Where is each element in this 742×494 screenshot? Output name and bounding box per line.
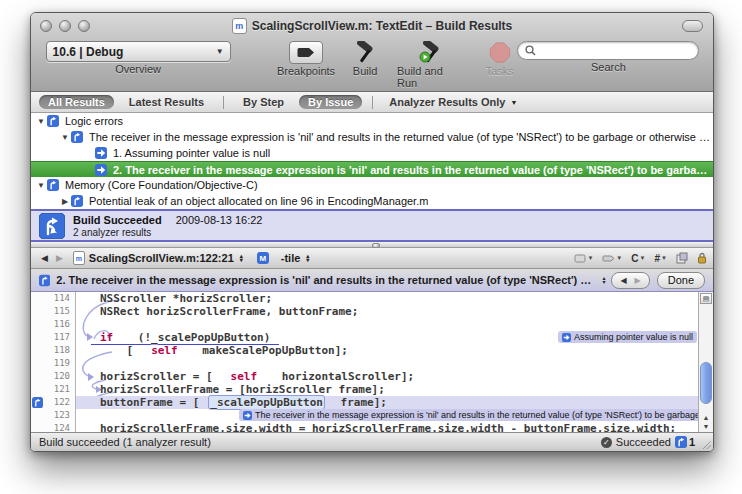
hammer-run-icon <box>416 41 446 64</box>
minimize-button[interactable] <box>59 20 71 32</box>
analyzer-icon <box>71 195 85 207</box>
result-row[interactable]: ▼Memory (Core Foundation/Objective-C) <box>31 177 713 193</box>
filter-bar: All Results Latest Results By Step By Is… <box>31 92 713 113</box>
bookmarks-menu-button[interactable]: ▼ <box>574 254 593 263</box>
lock-button[interactable] <box>697 252 707 264</box>
counterpart-button[interactable] <box>676 252 688 264</box>
document-icon: m <box>232 18 247 34</box>
analyzer-count-badge[interactable]: 1 <box>675 436 695 448</box>
line-number[interactable]: 117 <box>31 331 75 344</box>
marks-menu-button[interactable]: #▼ <box>654 253 667 264</box>
method-popup[interactable]: -tile ▴▾ <box>281 252 310 264</box>
line-number[interactable]: 121 <box>31 383 75 396</box>
search-label: Search <box>591 61 626 73</box>
chevron-down-icon: ▼ <box>216 47 224 56</box>
resize-grip[interactable] <box>701 439 712 450</box>
result-text: The receiver in the message expression i… <box>89 131 713 143</box>
line-number[interactable]: 124 <box>31 422 75 432</box>
analyzer-icon[interactable] <box>32 397 43 408</box>
inline-analyzer-annotation[interactable]: The receiver in the message expression i… <box>239 409 713 421</box>
toolbar-toggle-button[interactable] <box>682 20 703 32</box>
result-row[interactable]: 2. The receiver in the message expressio… <box>31 161 713 177</box>
done-button[interactable]: Done <box>657 272 705 289</box>
breakpoints-label: Breakpoints <box>277 65 335 77</box>
method-popup-label: -tile <box>281 252 301 264</box>
splitter[interactable] <box>31 242 713 248</box>
vertical-scrollbar[interactable]: ▤ ▲▼ <box>698 292 713 432</box>
inline-analyzer-annotation[interactable]: Assuming pointer value is null <box>558 331 697 343</box>
result-text: Potential leak of an object allocated on… <box>89 195 428 207</box>
build-and-run-label: Build and Run <box>397 65 466 89</box>
disclosure-triangle-icon[interactable]: ▼ <box>35 117 47 126</box>
build-succeeded-banner[interactable]: Build Succeeded2009-08-13 16:22 2 analyz… <box>31 209 713 242</box>
result-row[interactable]: ▼The receiver in the message expression … <box>31 129 713 145</box>
line-number-gutter: 114115116117118119120121122123124125126 <box>31 292 76 432</box>
breakpoints-menu-button[interactable]: ▼ <box>602 255 622 262</box>
scrollbar-arrows[interactable]: ▲▼ <box>699 413 713 431</box>
build-timestamp: 2009-08-13 16:22 <box>176 214 263 226</box>
segment-latest-results[interactable]: Latest Results <box>120 95 213 109</box>
line-number[interactable]: 115 <box>31 305 75 318</box>
traffic-lights <box>40 20 90 32</box>
scrollbar-thumb[interactable] <box>700 362 712 404</box>
analyzer-icon <box>47 179 61 191</box>
disclosure-triangle-icon[interactable]: ▶ <box>59 197 71 206</box>
titlebar[interactable]: m ScalingScrollView.m: TextEdit – Build … <box>31 13 713 39</box>
file-popup[interactable]: m ScalingScrollView.m:122:21 ▴▾ <box>73 251 243 265</box>
segment-all-results[interactable]: All Results <box>39 95 114 109</box>
disclosure-triangle-icon[interactable]: ▼ <box>59 133 71 142</box>
breakpoint-pill-icon <box>602 255 615 262</box>
line-number[interactable]: 120 <box>31 370 75 383</box>
line-number[interactable]: 123 <box>31 409 75 422</box>
line-number[interactable]: 119 <box>31 357 75 370</box>
splitter-dimple[interactable] <box>372 243 380 248</box>
annotation-text: The receiver in the message expression i… <box>255 410 713 420</box>
build-button[interactable]: Build <box>351 41 379 77</box>
code-line[interactable]: [self makeScalePopUpButton]; <box>76 344 713 357</box>
prev-issue-icon[interactable]: ◀ <box>620 276 626 285</box>
line-number[interactable]: 116 <box>31 318 75 331</box>
search-input[interactable] <box>540 44 691 58</box>
forward-button[interactable]: ▶ <box>52 253 67 263</box>
code-line[interactable]: horizScrollerFrame.size.width = horizScr… <box>76 422 713 432</box>
line-number[interactable]: 118 <box>31 344 75 357</box>
tasks-label: Tasks <box>486 65 514 77</box>
issue-message-bar: 2. The receiver in the message expressio… <box>31 269 713 292</box>
line-number[interactable]: 122 <box>31 396 75 409</box>
window-title: ScalingScrollView.m: TextEdit – Build Re… <box>252 19 513 33</box>
line-number[interactable]: 114 <box>31 292 75 305</box>
code-line[interactable]: buttonFrame = [_scalePopUpButton frame]; <box>76 396 713 409</box>
issue-popup-arrows-icon[interactable]: ▴▾ <box>602 276 605 284</box>
result-row[interactable]: ▼Logic errors <box>31 113 713 129</box>
issue-prev-next-buttons[interactable]: ◀▶ <box>611 272 649 289</box>
code-text: horizScrollerFrame.size.width = horizScr… <box>91 421 685 432</box>
result-row[interactable]: ▶Potential leak of an object allocated o… <box>31 193 713 209</box>
popup-arrows-icon: ▴▾ <box>306 254 309 262</box>
analyzer-icon <box>39 213 65 239</box>
split-editor-button[interactable]: ▤ <box>700 293 712 304</box>
build-and-run-button[interactable]: Build and Run <box>397 41 466 89</box>
back-button[interactable]: ◀ <box>37 253 52 263</box>
source-editor[interactable]: 114115116117118119120121122123124125126 <box>31 292 713 432</box>
build-subtitle: 2 analyzer results <box>73 227 263 238</box>
disclosure-triangle-icon[interactable]: ▼ <box>35 181 47 190</box>
class-menu-button[interactable]: C▼ <box>631 253 645 264</box>
analyzer-results-only-dropdown[interactable]: Analyzer Results Only ▼ <box>383 96 517 108</box>
selected-token: _scalePopUpButton <box>208 395 325 410</box>
screen: m ScalingScrollView.m: TextEdit – Build … <box>0 0 742 494</box>
scheme-popup[interactable]: 10.6 | Debug ▼ <box>46 41 231 62</box>
marks-menu-label: # <box>654 253 660 264</box>
zoom-button[interactable] <box>78 20 90 32</box>
breakpoints-button[interactable]: Breakpoints <box>277 41 335 77</box>
result-text: 1. Assuming pointer value is null <box>113 147 270 159</box>
next-issue-icon[interactable]: ▶ <box>635 276 641 285</box>
segment-by-step[interactable]: By Step <box>234 95 293 109</box>
code-area[interactable]: NSScroller *horizScroller;NSRect horizSc… <box>76 292 713 432</box>
close-button[interactable] <box>40 20 52 32</box>
result-row[interactable]: 1. Assuming pointer value is null <box>31 145 713 161</box>
search-field[interactable] <box>517 41 699 60</box>
code-line[interactable]: NSRect horizScrollerFrame, buttonFrame; <box>76 305 713 318</box>
scheme-popup-label: 10.6 | Debug <box>53 45 124 59</box>
analyzer-icon <box>71 131 85 143</box>
segment-by-issue[interactable]: By Issue <box>299 95 362 109</box>
